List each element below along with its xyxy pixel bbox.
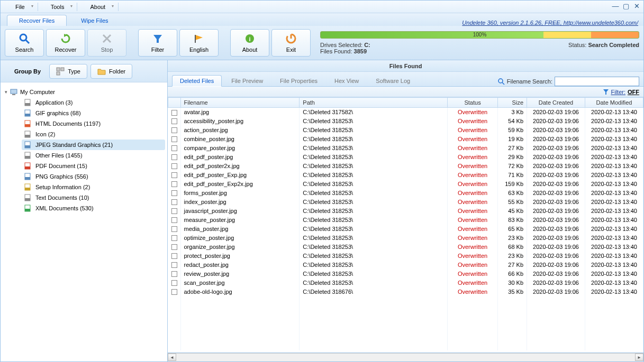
tab-wipe-files[interactable]: Wipe Files (69, 15, 120, 26)
cell-modified: 2020-02-13 13:40 (585, 279, 643, 287)
filter-button[interactable]: Filter (138, 29, 177, 57)
row-checkbox[interactable] (171, 280, 177, 286)
scroll-left-icon[interactable]: ◄ (168, 354, 176, 361)
row-checkbox[interactable] (171, 271, 177, 277)
horizontal-scrollbar[interactable]: ◄ ► (168, 353, 643, 361)
col-path[interactable]: Path (300, 98, 448, 108)
row-checkbox[interactable] (171, 289, 177, 295)
tree: ▾ My Computer Application (3)GIF graphic… (1, 82, 167, 361)
row-checkbox[interactable] (171, 172, 177, 178)
tree-node-text[interactable]: Text Documents (10) (22, 192, 165, 203)
table-row[interactable]: media_poster.jpgC:\Deleted 318253\Overwr… (168, 225, 643, 234)
tree-node-xml[interactable]: XML Documents (530) (22, 203, 165, 214)
row-checkbox[interactable] (171, 118, 177, 124)
table-row[interactable]: redact_poster.jpgC:\Deleted 318253\Overw… (168, 261, 643, 270)
filter-icon (152, 33, 164, 44)
row-checkbox[interactable] (171, 110, 177, 116)
cell-filename: edit_pdf_poster.jpg (180, 153, 300, 162)
subtab-software-log[interactable]: Software Log (368, 76, 418, 86)
tree-node-gif[interactable]: GIF graphics (68) (22, 108, 165, 118)
cell-path: C:\Deleted 318253\ (300, 216, 448, 225)
tree-node-app[interactable]: Application (3) (22, 97, 165, 108)
col-created[interactable]: Date Created (527, 98, 585, 108)
table-row[interactable]: optimize_poster.jpgC:\Deleted 318253\Ove… (168, 234, 643, 243)
groupby-type-button[interactable]: Type (49, 64, 87, 79)
table-row[interactable]: edit_pdf_poster_Exp2x.jpgC:\Deleted 3182… (168, 180, 643, 189)
filter-label[interactable]: Filter: (611, 89, 626, 95)
tree-node-pdf[interactable]: PDF Document (15) (22, 161, 165, 171)
tree-node-png[interactable]: PNG Graphics (556) (22, 171, 165, 182)
table-row[interactable]: edit_pdf_poster_Exp.jpgC:\Deleted 318253… (168, 171, 643, 180)
row-checkbox[interactable] (171, 181, 177, 187)
col-check[interactable] (168, 98, 181, 108)
table-row[interactable]: protect_poster.jpgC:\Deleted 318253\Over… (168, 252, 643, 261)
col-size[interactable]: Size (498, 98, 527, 108)
row-checkbox[interactable] (171, 262, 177, 268)
table-row[interactable]: organize_poster.jpgC:\Deleted 318253\Ove… (168, 243, 643, 252)
row-checkbox[interactable] (171, 163, 177, 169)
subtab-hex-view[interactable]: Hex View (327, 76, 366, 86)
table-row[interactable]: index_poster.jpgC:\Deleted 318253\Overwr… (168, 198, 643, 207)
table-row[interactable]: scan_poster.jpgC:\Deleted 318253\Overwri… (168, 279, 643, 287)
tree-node-jpeg[interactable]: JPEG Standard Graphics (21) (22, 140, 165, 150)
row-checkbox[interactable] (171, 136, 177, 142)
row-checkbox[interactable] (171, 253, 177, 259)
table-row[interactable]: action_poster.jpgC:\Deleted 318253\Overw… (168, 126, 643, 135)
table-row[interactable]: edit_pdf_poster2x.jpgC:\Deleted 318253\O… (168, 162, 643, 171)
cell-modified: 2020-02-13 13:40 (585, 144, 643, 153)
col-modified[interactable]: Date Modified (585, 98, 643, 108)
table-row[interactable]: review_poster.jpgC:\Deleted 318253\Overw… (168, 270, 643, 279)
maximize-button[interactable]: ▢ (621, 2, 631, 10)
scroll-right-icon[interactable]: ► (635, 354, 643, 361)
filter-state[interactable]: OFF (628, 89, 639, 95)
row-checkbox[interactable] (171, 208, 177, 214)
tab-recover-files[interactable]: Recover Files (7, 15, 67, 26)
search-button[interactable]: Search (5, 29, 44, 57)
language-button[interactable]: English (179, 29, 219, 57)
row-checkbox[interactable] (171, 127, 177, 133)
menu-tools[interactable]: Tools (40, 3, 75, 11)
subtab-file-properties[interactable]: File Properties (273, 76, 325, 86)
table-row[interactable]: measure_poster.jpgC:\Deleted 318253\Over… (168, 216, 643, 225)
table-row[interactable]: accessibility_poster.jpgC:\Deleted 31825… (168, 117, 643, 126)
menu-file[interactable]: File (5, 3, 35, 11)
row-checkbox[interactable] (171, 154, 177, 160)
tree-node-setup[interactable]: Setup Information (2) (22, 182, 165, 192)
table-row[interactable]: edit_pdf_poster.jpgC:\Deleted 318253\Ove… (168, 153, 643, 162)
row-checkbox[interactable] (171, 226, 177, 232)
subtab-deleted-files[interactable]: Deleted Files (172, 75, 222, 87)
row-checkbox[interactable] (171, 190, 177, 196)
table-row[interactable]: avatar.jpgC:\Deleted 317582\Overwritten3… (168, 108, 643, 117)
recover-button[interactable]: Recover (46, 29, 85, 57)
row-checkbox[interactable] (171, 199, 177, 205)
menu-about[interactable]: About (79, 3, 116, 11)
subtab-file-preview[interactable]: File Preview (224, 76, 270, 86)
cell-filename: avatar.jpg (180, 108, 300, 117)
tree-node-icon[interactable]: Icon (2) (22, 129, 165, 140)
tree-root[interactable]: ▾ My Computer (3, 87, 165, 97)
table-row[interactable]: combine_poster.jpgC:\Deleted 318253\Over… (168, 135, 643, 144)
row-checkbox[interactable] (171, 244, 177, 250)
svg-rect-16 (12, 94, 15, 95)
about-button[interactable]: i About (230, 29, 269, 57)
filename-search-input[interactable] (555, 77, 639, 86)
row-checkbox[interactable] (171, 145, 177, 151)
col-status[interactable]: Status (448, 98, 498, 108)
cell-created: 2020-02-03 19:06 (527, 287, 585, 296)
table-row[interactable]: adobe-old-logo.jpgC:\Deleted 318676\Over… (168, 287, 643, 296)
table-row[interactable]: compare_poster.jpgC:\Deleted 318253\Over… (168, 144, 643, 153)
cell-modified: 2020-02-13 13:40 (585, 261, 643, 270)
table-row[interactable]: javascript_poster.jpgC:\Deleted 318253\O… (168, 207, 643, 216)
minimize-button[interactable]: — (611, 2, 620, 10)
svg-rect-36 (25, 198, 30, 201)
row-checkbox[interactable] (171, 235, 177, 241)
exit-button[interactable]: Exit (271, 29, 311, 57)
brand-link[interactable]: Undelete 360, version 2.1.6.26, FREE, ht… (462, 20, 638, 26)
tree-node-other[interactable]: Other Files (1455) (22, 150, 165, 161)
row-checkbox[interactable] (171, 217, 177, 223)
table-row[interactable]: forms_poster.jpgC:\Deleted 318253\Overwr… (168, 189, 643, 198)
close-button[interactable]: ✕ (632, 2, 641, 10)
tree-node-html[interactable]: HTML Documents (1197) (22, 118, 165, 129)
col-filename[interactable]: Filename (180, 98, 300, 108)
groupby-folder-button[interactable]: Folder (90, 64, 132, 79)
